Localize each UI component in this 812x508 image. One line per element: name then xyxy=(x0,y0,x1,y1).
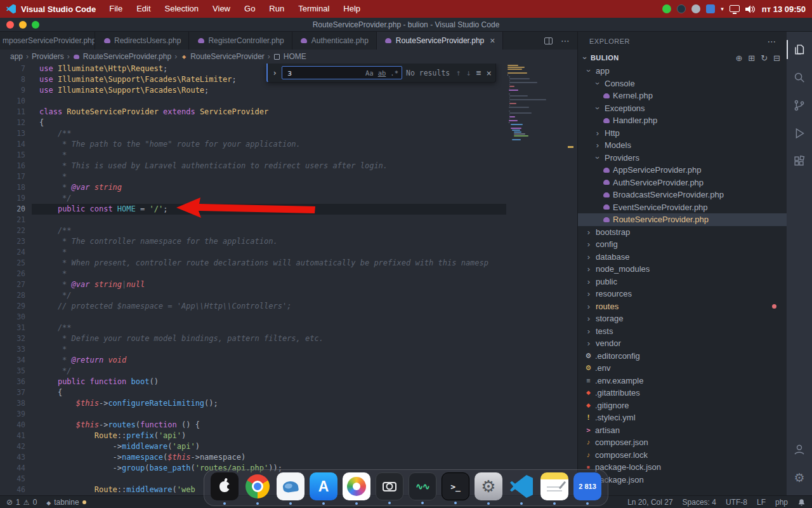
tabnine-status[interactable]: tabnine xyxy=(46,498,86,507)
explorer-item-composer.json[interactable]: composer.json xyxy=(578,436,787,449)
close-tab-icon[interactable] xyxy=(490,36,495,45)
explorer-item-database[interactable]: database xyxy=(578,251,787,264)
explorer-item-.env[interactable]: .env xyxy=(578,362,787,375)
code-line-11[interactable]: 11class RouteServiceProvider extends Ser… xyxy=(0,107,577,117)
breadcrumb-RouteServiceProvider[interactable]: RouteServiceProvider xyxy=(180,52,265,61)
explorer-item-AuthServiceProvider.php[interactable]: AuthServiceProvider.php xyxy=(578,177,787,189)
notifications-bell-icon[interactable] xyxy=(797,498,806,507)
explorer-item-node_modules[interactable]: node_modules xyxy=(578,263,787,276)
source-control-view-icon[interactable] xyxy=(787,91,812,119)
code-line-10[interactable]: 10 xyxy=(0,96,577,107)
explorer-item-Exceptions[interactable]: Exceptions xyxy=(578,102,787,115)
settings-dock-icon[interactable] xyxy=(475,472,502,500)
explorer-item-config[interactable]: config xyxy=(578,238,787,251)
tab-RegisterController.php[interactable]: RegisterController.php xyxy=(189,32,292,50)
new-folder-icon[interactable] xyxy=(748,53,755,63)
explorer-item-Console[interactable]: Console xyxy=(578,77,787,90)
code-line-28[interactable]: 28 */ xyxy=(0,290,577,301)
regex-toggle[interactable]: .* xyxy=(390,69,398,77)
code-line-29[interactable]: 29 // protected $namespace = 'App\\Http\… xyxy=(0,301,577,312)
find-previous-icon[interactable] xyxy=(456,68,461,77)
new-file-icon[interactable] xyxy=(735,53,742,63)
code-line-41[interactable]: 41 Route::prefix('api') xyxy=(0,431,577,441)
code-line-31[interactable]: 31 /** xyxy=(0,323,577,333)
code-line-26[interactable]: 26 * xyxy=(0,269,577,279)
find-query[interactable]: з xyxy=(285,69,361,77)
settings-gear-icon[interactable]: ⚙ xyxy=(787,464,812,491)
find-in-selection-icon[interactable] xyxy=(476,68,481,77)
recorder-status-icon[interactable] xyxy=(662,4,671,13)
tab-Authenticate.php[interactable]: Authenticate.php xyxy=(292,32,377,50)
breadcrumb-Providers[interactable]: Providers xyxy=(32,52,64,61)
code-line-22[interactable]: 22 /** xyxy=(0,225,577,236)
breadcrumb-app[interactable]: app xyxy=(10,52,23,61)
code-line-16[interactable]: 16 * This is used by Laravel authenticat… xyxy=(0,161,577,171)
explorer-item-vendor[interactable]: vendor xyxy=(578,337,787,350)
code-line-33[interactable]: 33 * xyxy=(0,344,577,355)
refresh-explorer-icon[interactable] xyxy=(761,53,768,63)
problems-indicator[interactable]: 1 0 xyxy=(6,498,37,507)
menu-go[interactable]: Go xyxy=(237,0,262,18)
search-view-icon[interactable] xyxy=(787,64,812,91)
explorer-item-.gitattributes[interactable]: .gitattributes xyxy=(578,387,787,399)
explorer-item-RouteServiceProvider.php[interactable]: RouteServiceProvider.php xyxy=(578,213,787,226)
code-line-9[interactable]: 9use Illuminate\Support\Facades\Route; xyxy=(0,85,577,96)
explorer-item-package.json[interactable]: package.json xyxy=(578,474,787,486)
breadcrumb[interactable]: appProvidersRouteServiceProvider.phpRout… xyxy=(0,50,577,64)
code-line-12[interactable]: 12{ xyxy=(0,117,577,128)
tab-RouteServiceProvider.php[interactable]: RouteServiceProvider.php xyxy=(377,32,504,50)
code-line-21[interactable]: 21 xyxy=(0,215,577,225)
window-titlebar[interactable]: RouteServiceProvider.php - bulion - Visu… xyxy=(0,18,812,32)
code-line-32[interactable]: 32 * Define your route model bindings, p… xyxy=(0,333,577,344)
indentation-setting[interactable]: Spaces: 4 xyxy=(683,498,716,507)
menu-view[interactable]: View xyxy=(206,0,237,18)
menu-run[interactable]: Run xyxy=(262,0,291,18)
explorer-item-Kernel.php[interactable]: Kernel.php xyxy=(578,90,787,102)
explorer-item-AppServiceProvider.php[interactable]: AppServiceProvider.php xyxy=(578,164,787,177)
widget-dock-icon[interactable]: 2 813 xyxy=(573,472,601,500)
explorer-item-Handler.php[interactable]: Handler.php xyxy=(578,114,787,127)
code-line-35[interactable]: 35 */ xyxy=(0,366,577,377)
explorer-item-artisan[interactable]: artisan xyxy=(578,424,787,437)
code-line-17[interactable]: 17 * xyxy=(0,171,577,182)
tray-app2-icon[interactable] xyxy=(691,4,700,13)
code-line-27[interactable]: 27 * @var string|null xyxy=(0,279,577,290)
language-mode[interactable]: php xyxy=(775,498,788,507)
tab-RedirectsUsers.php[interactable]: RedirectsUsers.php xyxy=(95,32,189,50)
code-line-25[interactable]: 25 * When present, controller route decl… xyxy=(0,258,577,269)
explorer-item-routes[interactable]: routes xyxy=(578,300,787,313)
volume-icon[interactable] xyxy=(745,5,755,13)
code-line-18[interactable]: 18 * @var string xyxy=(0,182,577,193)
notes-dock-icon[interactable] xyxy=(540,472,568,500)
explorer-item-bootstrap[interactable]: bootstrap xyxy=(578,226,787,239)
explorer-item-package-lock.json[interactable]: package-lock.json xyxy=(578,461,787,474)
account-icon[interactable] xyxy=(787,436,812,464)
breadcrumb-RouteServiceProvider.php[interactable]: RouteServiceProvider.php xyxy=(73,52,171,61)
menu-terminal[interactable]: Terminal xyxy=(291,0,336,18)
input-source-icon[interactable] xyxy=(706,4,715,13)
explorer-item-Models[interactable]: Models xyxy=(578,139,787,152)
bird-dock-icon[interactable] xyxy=(277,472,304,500)
explorer-item-app[interactable]: app xyxy=(578,65,787,77)
split-editor-icon[interactable] xyxy=(544,37,553,44)
extensions-view-icon[interactable] xyxy=(787,147,812,175)
screenshot-dock-icon[interactable] xyxy=(376,472,403,500)
menu-selection[interactable]: Selection xyxy=(158,0,206,18)
code-line-14[interactable]: 14 * The path to the "home" route for yo… xyxy=(0,139,577,150)
whole-word-toggle[interactable]: ab xyxy=(378,69,386,77)
code-line-40[interactable]: 40 $this->routes(function () { xyxy=(0,420,577,431)
display-icon[interactable] xyxy=(730,5,740,12)
explorer-item-composer.lock[interactable]: composer.lock xyxy=(578,449,787,462)
find-expand-chevron-icon[interactable] xyxy=(272,69,278,77)
code-line-37[interactable]: 37 { xyxy=(0,387,577,398)
code-line-38[interactable]: 38 $this->configureRateLimiting(); xyxy=(0,398,577,409)
explorer-item-storage[interactable]: storage xyxy=(578,312,787,325)
explorer-item-.editorconfig[interactable]: .editorconfig xyxy=(578,350,787,363)
cursor-position[interactable]: Ln 20, Col 27 xyxy=(627,498,672,507)
tray-caret-icon[interactable]: ▾ xyxy=(721,6,724,12)
workspace-section-header[interactable]: BULION xyxy=(578,51,787,65)
explorer-item-Providers[interactable]: Providers xyxy=(578,152,787,164)
appstore-dock-icon[interactable] xyxy=(310,472,337,500)
terminal-dock-icon[interactable] xyxy=(442,472,469,500)
code-line-13[interactable]: 13 /** xyxy=(0,128,577,139)
